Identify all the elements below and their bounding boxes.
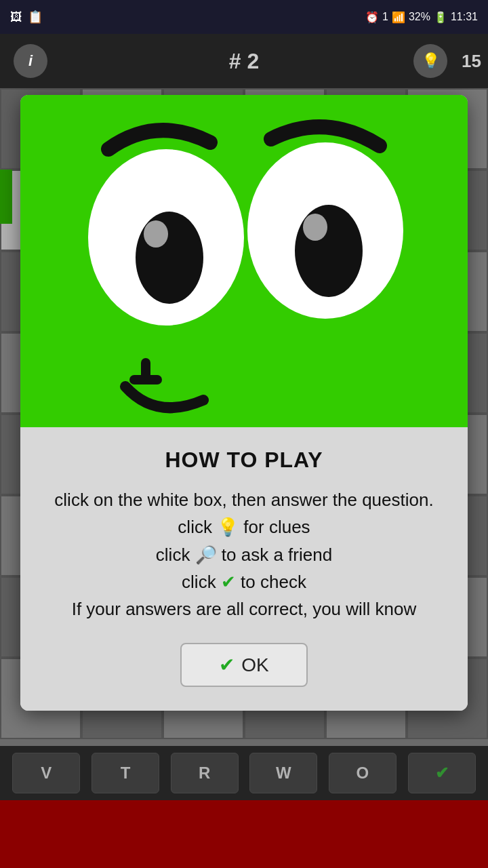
modal-overlay: HOW TO PLAY click on the white box, then… (0, 88, 488, 800)
modal-text-content: HOW TO PLAY click on the white box, then… (20, 427, 468, 711)
svg-point-4 (295, 205, 363, 297)
svg-point-3 (136, 212, 203, 304)
ok-check-icon: ✔ (219, 654, 235, 676)
hint-button[interactable]: 💡 (413, 44, 447, 78)
lightbulb-icon: 💡 (422, 52, 440, 70)
hint-count: 15 (462, 51, 481, 72)
photo-icon: 🖼 (10, 10, 22, 24)
instruction-line4: click ✔ to check (182, 572, 306, 592)
red-bottom-bar (0, 814, 488, 868)
app-header: i # 2 💡 15 (0, 34, 488, 88)
time-display: 11:31 (451, 11, 478, 23)
alarm-icon: ⏰ (365, 11, 379, 24)
instruction-line1: click on the white box, then answer the … (54, 490, 433, 510)
status-bar: 🖼 📋 ⏰ 1 📶 32% 🔋 11:31 (0, 0, 488, 34)
sim-number: 1 (382, 11, 388, 23)
ok-button[interactable]: ✔ OK (180, 643, 307, 687)
how-to-play-title: HOW TO PLAY (47, 448, 441, 473)
instruction-line5: If your answers are all correct, you wil… (72, 599, 417, 619)
battery-percent: 32% (409, 11, 430, 23)
character-image (20, 95, 468, 427)
status-bar-right: ⏰ 1 📶 32% 🔋 11:31 (365, 11, 478, 24)
svg-point-6 (303, 214, 327, 241)
how-to-play-instructions: click on the white box, then answer the … (47, 486, 441, 623)
ok-label: OK (241, 654, 268, 676)
cartoon-face-svg (20, 95, 468, 427)
svg-rect-0 (20, 95, 468, 427)
svg-point-5 (144, 220, 168, 248)
sim-icon: 📋 (28, 9, 43, 24)
puzzle-number: # 2 (229, 49, 259, 74)
instruction-line3: click 🔎 to ask a friend (156, 545, 332, 565)
signal-icon: 📶 (392, 11, 405, 24)
instruction-line2: click 💡 for clues (178, 517, 310, 537)
game-area: HOW TO PLAY click on the white box, then… (0, 88, 488, 800)
info-button[interactable]: i (14, 44, 47, 78)
how-to-play-modal: HOW TO PLAY click on the white box, then… (20, 95, 468, 711)
status-bar-left: 🖼 📋 (10, 9, 43, 24)
info-icon: i (28, 52, 33, 70)
battery-icon: 🔋 (434, 11, 447, 24)
